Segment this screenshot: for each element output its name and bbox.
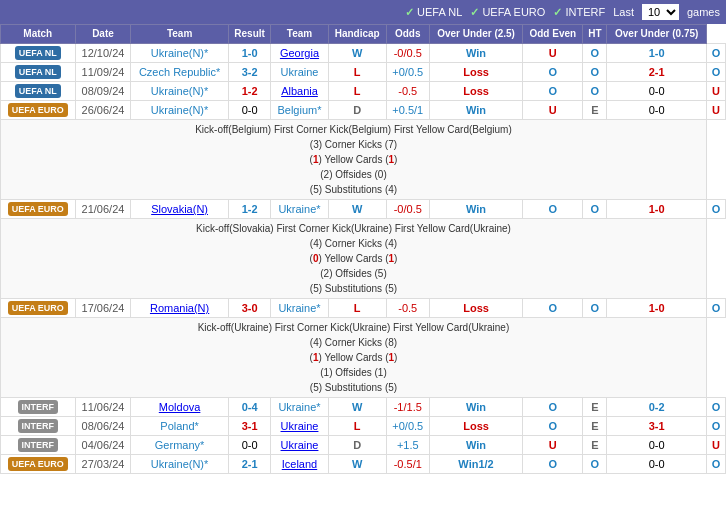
- team2-cell[interactable]: Ukraine*: [271, 398, 328, 417]
- team2-cell[interactable]: Belgium*: [271, 101, 328, 120]
- comp-cell: UEFA EURO: [1, 299, 76, 318]
- team2-cell[interactable]: Ukraine*: [271, 299, 328, 318]
- handicap-cell: -0/0.5: [386, 200, 429, 219]
- odds-cell: Win: [429, 398, 523, 417]
- team1-link[interactable]: Czech Republic*: [139, 66, 220, 78]
- result-cell: W: [328, 200, 386, 219]
- team2-link[interactable]: Albania: [281, 85, 318, 97]
- team2-link[interactable]: Ukraine*: [278, 401, 320, 413]
- ht-cell: 0-0: [607, 455, 707, 474]
- over-under-cell: O: [523, 63, 583, 82]
- ht-cell: 3-1: [607, 417, 707, 436]
- ht-cell: 0-0: [607, 436, 707, 455]
- team2-cell[interactable]: Georgia: [271, 44, 328, 63]
- team1-cell[interactable]: Poland*: [131, 417, 228, 436]
- team1-link[interactable]: Romania(N): [150, 302, 209, 314]
- date-cell: 08/06/24: [75, 417, 131, 436]
- date-cell: 27/03/24: [75, 455, 131, 474]
- team2-link[interactable]: Georgia: [280, 47, 319, 59]
- col-date: Date: [75, 25, 131, 44]
- col-match: Match: [1, 25, 76, 44]
- team1-cell[interactable]: Ukraine(N)*: [131, 82, 228, 101]
- team2-link[interactable]: Ukraine*: [278, 302, 320, 314]
- score-cell: 0-0: [228, 436, 271, 455]
- team2-cell[interactable]: Ukraine*: [271, 200, 328, 219]
- last-select[interactable]: 10 20 5: [642, 4, 679, 20]
- comp-badge: INTERF: [18, 419, 59, 433]
- team2-cell[interactable]: Ukraine: [271, 436, 328, 455]
- info-cell: Kick-off(Ukraine) First Corner Kick(Ukra…: [1, 318, 707, 398]
- table-row: INTERF11/06/24Moldova0-4Ukraine*W-1/1.5W…: [1, 398, 726, 417]
- team1-cell[interactable]: Czech Republic*: [131, 63, 228, 82]
- team1-link[interactable]: Moldova: [159, 401, 201, 413]
- info-cell: Kick-off(Slovakia) First Corner Kick(Ukr…: [1, 219, 707, 299]
- odds-cell: Win: [429, 436, 523, 455]
- team2-cell[interactable]: Ukraine: [271, 63, 328, 82]
- team1-link[interactable]: Ukraine(N)*: [151, 104, 208, 116]
- table-row: UEFA EURO17/06/24Romania(N)3-0Ukraine*L-…: [1, 299, 726, 318]
- team1-link[interactable]: Ukraine(N)*: [151, 85, 208, 97]
- score-cell: 0-0: [228, 101, 271, 120]
- over-under-cell: U: [523, 101, 583, 120]
- over-under2-cell: O: [706, 398, 725, 417]
- comp-badge: INTERF: [18, 438, 59, 452]
- team2-link[interactable]: Ukraine*: [278, 203, 320, 215]
- col-result: Result: [228, 25, 271, 44]
- score-cell: 1-2: [228, 82, 271, 101]
- over-under2-cell: O: [706, 44, 725, 63]
- date-cell: 21/06/24: [75, 200, 131, 219]
- col-ht: HT: [583, 25, 607, 44]
- comp-cell: UEFA EURO: [1, 455, 76, 474]
- team1-link[interactable]: Ukraine(N)*: [151, 47, 208, 59]
- over-under-cell: O: [523, 299, 583, 318]
- col-odd-even: Odd Even: [523, 25, 583, 44]
- ht-cell: 2-1: [607, 63, 707, 82]
- team1-link[interactable]: Poland*: [160, 420, 199, 432]
- handicap-cell: -1/1.5: [386, 398, 429, 417]
- team1-link[interactable]: Ukraine(N)*: [151, 458, 208, 470]
- check-interf: ✓ INTERF: [553, 6, 605, 19]
- team2-link[interactable]: Ukraine: [281, 439, 319, 451]
- team1-cell[interactable]: Ukraine(N)*: [131, 101, 228, 120]
- handicap-cell: -0/0.5: [386, 44, 429, 63]
- team1-cell[interactable]: Romania(N): [131, 299, 228, 318]
- comp-cell: INTERF: [1, 398, 76, 417]
- table-row: UEFA EURO26/06/24Ukraine(N)*0-0Belgium*D…: [1, 101, 726, 120]
- odds-cell: Win: [429, 44, 523, 63]
- handicap-cell: -0.5: [386, 299, 429, 318]
- team1-cell[interactable]: Ukraine(N)*: [131, 455, 228, 474]
- team1-link[interactable]: Slovakia(N): [151, 203, 208, 215]
- score-cell: 1-2: [228, 200, 271, 219]
- team2-cell[interactable]: Iceland: [271, 455, 328, 474]
- team1-cell[interactable]: Moldova: [131, 398, 228, 417]
- result-cell: L: [328, 417, 386, 436]
- score-cell: 3-1: [228, 417, 271, 436]
- games-label: games: [687, 6, 720, 18]
- team2-link[interactable]: Ukraine: [281, 66, 319, 78]
- comp-badge: UEFA NL: [15, 46, 61, 60]
- info-row: Kick-off(Ukraine) First Corner Kick(Ukra…: [1, 318, 726, 398]
- handicap-cell: +0/0.5: [386, 63, 429, 82]
- comp-badge: INTERF: [18, 400, 59, 414]
- odds-cell: Loss: [429, 299, 523, 318]
- team2-link[interactable]: Belgium*: [277, 104, 321, 116]
- handicap-cell: -0.5: [386, 82, 429, 101]
- table-row: INTERF08/06/24Poland*3-1UkraineL+0/0.5Lo…: [1, 417, 726, 436]
- col-handicap: Handicap: [328, 25, 386, 44]
- team1-cell[interactable]: Ukraine(N)*: [131, 44, 228, 63]
- over-under-cell: O: [523, 455, 583, 474]
- team1-link[interactable]: Germany*: [155, 439, 205, 451]
- team2-link[interactable]: Ukraine: [281, 420, 319, 432]
- team2-link[interactable]: Iceland: [282, 458, 317, 470]
- team1-cell[interactable]: Slovakia(N): [131, 200, 228, 219]
- team2-cell[interactable]: Albania: [271, 82, 328, 101]
- team1-cell[interactable]: Germany*: [131, 436, 228, 455]
- info-row: Kick-off(Slovakia) First Corner Kick(Ukr…: [1, 219, 726, 299]
- comp-badge: UEFA EURO: [8, 202, 68, 216]
- team2-cell[interactable]: Ukraine: [271, 417, 328, 436]
- handicap-cell: +1.5: [386, 436, 429, 455]
- date-cell: 11/09/24: [75, 63, 131, 82]
- ht-cell: 1-0: [607, 299, 707, 318]
- comp-badge: UEFA EURO: [8, 103, 68, 117]
- over-under-cell: U: [523, 436, 583, 455]
